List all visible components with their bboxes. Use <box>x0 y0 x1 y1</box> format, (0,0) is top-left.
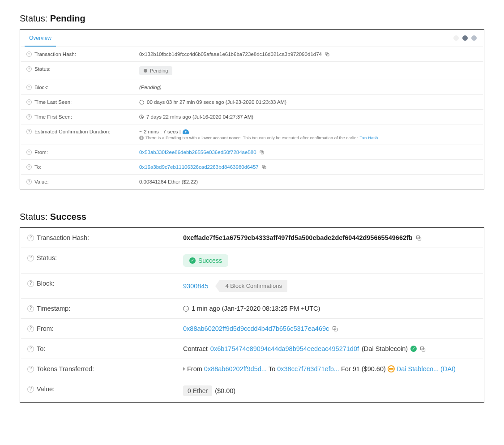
row-block: ?Block: (Pending) <box>20 80 484 95</box>
clock-icon <box>183 306 189 312</box>
section-heading-pending: Status: Pending <box>20 13 484 24</box>
help-icon[interactable]: ? <box>27 255 34 261</box>
block-link[interactable]: 9300845 <box>183 282 208 290</box>
from-address-link[interactable]: 0x88ab60202ff9d5d9ccdd4b4d7b656c5317ea46… <box>183 325 329 332</box>
help-icon[interactable]: ? <box>27 366 34 372</box>
verified-icon: ✓ <box>410 346 417 352</box>
to-prefix: Contract <box>183 345 208 352</box>
transfer-to-link[interactable]: 0x38cc7f763d71efb... <box>277 365 339 372</box>
help-icon[interactable]: ? <box>26 51 32 57</box>
row-from: ?From: 0x88ab60202ff9d5d9ccdd4b4d7b656c5… <box>20 319 484 339</box>
help-icon[interactable]: ? <box>27 235 34 241</box>
label: Time First Seen: <box>34 114 72 120</box>
row-first-seen: ?Time First Seen: 7 days 22 mins ago (Ju… <box>20 110 484 124</box>
block-value: (Pending) <box>139 85 162 90</box>
token-link[interactable]: Dai Stableco... (DAI) <box>397 365 456 372</box>
dot-icon <box>471 35 477 41</box>
timestamp-value: 1 min ago (Jan-17-2020 08:13:25 PM +UTC) <box>192 305 320 312</box>
dot-icon <box>462 35 468 41</box>
value-text: 0.00841264 Ether ($2.22) <box>139 179 198 184</box>
transfer-from-label: From <box>187 365 202 372</box>
transfer-amount: 91 <box>353 365 360 372</box>
copy-icon[interactable] <box>259 150 265 155</box>
row-to: ?To: Contract 0x6b175474e89094c44da98b95… <box>20 339 484 359</box>
from-address-link[interactable]: 0x53ab330f2ee86debb26556e036ed50f7284ae5… <box>139 150 256 155</box>
heading-value: Pending <box>50 13 85 23</box>
row-tokens-transferred: ?Tokens Transferred: From 0x88ab60202ff9… <box>20 359 484 379</box>
txhash-value: 0xcffade7f5e1a67579cb4333aff497fd5a500cb… <box>183 234 413 241</box>
heading-label: Status: <box>20 212 50 222</box>
tab-bar: Overview <box>20 30 484 47</box>
help-icon[interactable]: ? <box>26 179 32 184</box>
dot-icon <box>453 35 459 41</box>
help-icon[interactable]: ? <box>27 386 34 393</box>
row-timestamp: ?Timestamp: 1 min ago (Jan-17-2020 08:13… <box>20 299 484 319</box>
tab-overview[interactable]: Overview <box>25 30 56 47</box>
row-status: ?Status: Pending <box>20 62 484 80</box>
row-status: ?Status: ✓ Success <box>20 248 484 274</box>
last-seen-value: 00 days 03 hr 27 min 09 secs ago (Jul-23… <box>147 99 286 105</box>
confirmations-badge: 4 Block Confirmations <box>220 280 287 292</box>
label: Block: <box>34 85 48 90</box>
info-icon: i <box>139 136 144 140</box>
row-block: ?Block: 9300845 4 Block Confirmations <box>20 274 484 299</box>
row-to: ?To: 0x16a3bd9c7eb11106326cad2263bd84639… <box>20 160 484 175</box>
help-icon[interactable]: ? <box>26 99 32 105</box>
label: Value: <box>34 179 49 184</box>
label: Transaction Hash: <box>37 234 89 241</box>
row-value: ?Value: 0.00841264 Ether ($2.22) <box>20 175 484 189</box>
copy-icon[interactable] <box>261 164 267 170</box>
copy-icon[interactable] <box>325 51 330 57</box>
help-icon[interactable]: ? <box>27 280 34 287</box>
help-icon[interactable]: ? <box>26 129 32 134</box>
transfer-usd: ($90.60) <box>362 365 386 372</box>
row-value: ?Value: 0 Ether ($0.00) <box>20 379 484 402</box>
pending-icon <box>144 69 147 73</box>
loading-dots <box>453 35 479 41</box>
help-icon[interactable]: ? <box>27 305 34 312</box>
gauge-icon <box>183 129 189 134</box>
help-icon[interactable]: ? <box>26 114 32 120</box>
first-seen-value: 7 days 22 mins ago (Jul-16-2020 04:27:37… <box>146 114 253 120</box>
heading-value: Success <box>50 212 86 222</box>
eta-note: There is a Pending txn with a lower acco… <box>145 135 358 140</box>
to-address-link[interactable]: 0x16a3bd9c7eb11106326cad2263bd8463980d64… <box>139 164 259 170</box>
to-suffix: (Dai Stablecoin) <box>362 345 408 352</box>
row-from: ?From: 0x53ab330f2ee86debb26556e036ed50f… <box>20 145 484 160</box>
label: Transaction Hash: <box>34 51 76 57</box>
value-usd: ($0.00) <box>215 387 235 394</box>
help-icon[interactable]: ? <box>27 325 34 332</box>
help-icon[interactable]: ? <box>26 66 32 72</box>
txhash-value: 0x132b10fbcb1d9fccc4d6b05afaae1e61b6ba72… <box>139 51 322 57</box>
spinner-icon <box>139 100 144 105</box>
help-icon[interactable]: ? <box>26 150 32 155</box>
help-icon[interactable]: ? <box>27 346 34 352</box>
label: Status: <box>34 66 51 72</box>
help-icon[interactable]: ? <box>26 85 32 90</box>
label: Block: <box>37 280 55 287</box>
row-last-seen: ?Time Last Seen: 00 days 03 hr 27 min 09… <box>20 95 484 110</box>
help-icon[interactable]: ? <box>26 164 32 170</box>
row-txhash: ?Transaction Hash: 0xcffade7f5e1a67579cb… <box>20 228 484 248</box>
label: Tokens Transferred: <box>37 365 94 372</box>
txn-hash-link[interactable]: Txn Hash <box>360 135 378 140</box>
transfer-to-label: To <box>269 365 275 372</box>
clock-icon <box>139 115 144 119</box>
row-txhash: ?Transaction Hash: 0x132b10fbcb1d9fccc4d… <box>20 47 484 62</box>
label: To: <box>37 345 45 352</box>
label: Value: <box>37 385 55 393</box>
chevron-right-icon <box>183 367 185 371</box>
label: Status: <box>37 254 57 261</box>
row-eta: ?Estimated Confirmation Duration: ~ 2 mi… <box>20 124 484 145</box>
transfer-from-link[interactable]: 0x88ab60202ff9d5d... <box>204 365 267 372</box>
pill-text: Success <box>198 257 222 264</box>
pending-status-pill: Pending <box>139 66 172 75</box>
copy-icon[interactable] <box>332 325 338 332</box>
copy-icon[interactable] <box>415 235 422 241</box>
success-panel: ?Transaction Hash: 0xcffade7f5e1a67579cb… <box>20 227 484 403</box>
transfer-for-label: For <box>341 365 351 372</box>
pill-text: Pending <box>150 68 168 73</box>
label: Timestamp: <box>37 305 70 312</box>
copy-icon[interactable] <box>419 346 426 352</box>
to-address-link[interactable]: 0x6b175474e89094c44da98b954eedeac495271d… <box>210 345 359 352</box>
